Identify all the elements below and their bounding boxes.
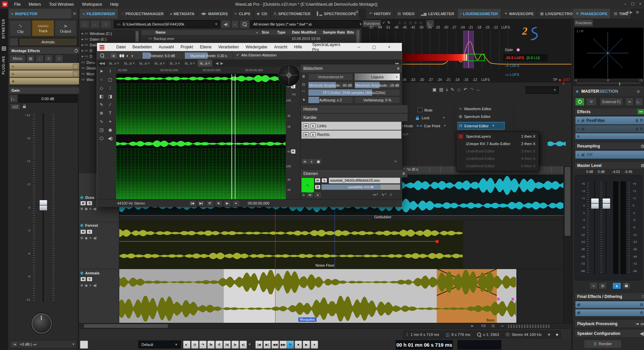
- tab-scroll-right-icon[interactable]: ▶: [630, 10, 632, 14]
- menu-item-spectralayers[interactable]: SpectraLayers 1 then X: [456, 133, 539, 140]
- add-effect-slot[interactable]: +: [9, 78, 81, 85]
- layer-target-icon[interactable]: ⊕: [302, 193, 305, 197]
- menu-item-izotope[interactable]: iZotope RX 7 Audio Editor 2 then X: [456, 140, 539, 147]
- resolution-param[interactable]: Auflösung: x 2: [308, 96, 353, 103]
- sl-menu-6[interactable]: Wiedergabe: [242, 45, 271, 49]
- meter-preset-digits[interactable]: ①②③④⑤: [398, 20, 423, 26]
- preset-digit-2[interactable]: ③: [408, 20, 412, 26]
- sl-tab-7[interactable]: ia...a ×: [198, 60, 213, 67]
- sl-stop-button[interactable]: ■: [215, 200, 222, 206]
- global-mute-button[interactable]: m: [302, 159, 308, 164]
- layers-mute-all-button[interactable]: m: [307, 192, 313, 197]
- timed-play-button[interactable]: ◷: [191, 341, 199, 349]
- tab-loudnessmeter[interactable]: ∕LOUDNESSMETER: [458, 9, 501, 18]
- reset-icon[interactable]: ◎: [457, 87, 461, 92]
- master-fader-left[interactable]: [591, 198, 599, 209]
- marker-handle[interactable]: [512, 298, 514, 300]
- tool-3d[interactable]: ⬡: [97, 134, 106, 142]
- gain-lock-icon[interactable]: [23, 106, 26, 108]
- tool-hand[interactable]: ◳: [97, 126, 106, 134]
- tool-eraser[interactable]: ◧: [97, 92, 106, 100]
- routing-icon[interactable]: ⊕: [80, 236, 83, 240]
- sl-menu-1[interactable]: Bearbeiten: [129, 45, 155, 49]
- preset-digit-3[interactable]: ④: [414, 20, 418, 26]
- sl-tab-4[interactable]: ia...a ×: [152, 60, 167, 67]
- tab-clips[interactable]: ∿CLIPS: [231, 9, 254, 18]
- solo-button[interactable]: S: [87, 201, 92, 206]
- monitor-mic-button[interactable]: Ψ: [586, 98, 597, 106]
- clip-label-noise-floor[interactable]: Noise Floor: [315, 263, 334, 267]
- record-ready-icon[interactable]: ◉: [85, 283, 88, 287]
- zoom-preset-c-icon[interactable]: ▭: [501, 324, 504, 327]
- final-effects-header[interactable]: Final Effects / Dithering ∷: [574, 293, 644, 300]
- transport-options-button[interactable]: [80, 341, 88, 349]
- link-faders-icon[interactable]: =: [590, 282, 598, 289]
- external-editor-button[interactable]: ⊡ External Editor ▼: [458, 122, 505, 130]
- sl-wand-icon[interactable]: [100, 53, 104, 57]
- menu-4[interactable]: Help: [106, 2, 123, 7]
- resampling-slot[interactable]: ◗ ıll Off: [575, 150, 644, 159]
- sl-resize-grip[interactable]: ⋰: [396, 201, 400, 206]
- clip-label-geblubber[interactable]: Geblubber: [374, 215, 391, 219]
- tab-levelmeter[interactable]: ▂▅LEVELMETER: [418, 9, 458, 18]
- delete-layer-icon[interactable]: ⊗: [389, 192, 392, 197]
- tool-picker[interactable]: ⌖: [106, 117, 115, 126]
- volume-envelope-line[interactable]: [119, 241, 437, 242]
- sl-go-start-button[interactable]: |◀: [189, 200, 196, 206]
- tool-stamp[interactable]: ◨: [106, 92, 115, 100]
- favorite-icon[interactable]: ★: [553, 331, 561, 339]
- maximize-button[interactable]: ▢: [631, 1, 634, 6]
- track-lane-forrest[interactable]: Noise Floor: [119, 220, 563, 269]
- sl-menus[interactable]: DateiBearbeitenAuswahlProjektEbeneVerarb…: [110, 45, 309, 49]
- effect-slot-postfilter[interactable]: = ıll PostFilter S ⊓: [575, 116, 644, 125]
- new-group-icon[interactable]: ▭⁺: [373, 192, 378, 197]
- reset-all-icon[interactable]: |←: [635, 98, 643, 106]
- sl-tabs-overflow-icon[interactable]: ◀◀: [97, 61, 107, 65]
- select-mode-add-icon[interactable]: ⬮⬮: [119, 53, 124, 58]
- tree-windows-c[interactable]: ▸ ▭Windows (C:): [80, 31, 140, 36]
- sl-menu-3[interactable]: Projekt: [177, 45, 197, 49]
- plugins-rail-tab[interactable]: PLUG-INS: [2, 56, 5, 75]
- close-button[interactable]: ×: [639, 2, 641, 6]
- zoom-indicator[interactable]: x 1: 2563: [474, 331, 502, 339]
- solo-button[interactable]: S: [87, 229, 92, 234]
- sl-spectrogram-area[interactable]: 00.00000:00:02.00000:00:04.00000:00:06.0…: [116, 67, 286, 199]
- search-button[interactable]: [240, 20, 249, 28]
- play-from-button[interactable]: ‖▸: [207, 341, 215, 349]
- tab-scroll-left-icon[interactable]: ◀: [626, 10, 628, 14]
- panel-menu-icon[interactable]: ≡: [402, 171, 405, 176]
- routing-icon[interactable]: ⊕: [80, 207, 83, 211]
- save-preset-icon[interactable]: ⤓: [36, 55, 44, 62]
- fft-size-param[interactable]: FFT-Größe: 2048 samples (46ms/22Hz): [308, 89, 400, 96]
- track-header-forrest[interactable]: ◉Forrest MS ⊕◉≡◀): [79, 222, 119, 269]
- tool-dots[interactable]: ⋮: [106, 84, 115, 92]
- tab-filebrowser[interactable]: ≡FILEBROWSER: [80, 9, 118, 18]
- bildschirm-panel-header[interactable]: Bildschirm ≡: [301, 64, 402, 72]
- channel-mute-button[interactable]: m: [303, 124, 309, 128]
- inspector-panel-menu-icon[interactable]: ⊞: [71, 9, 78, 18]
- monitor-icon[interactable]: ▭: [641, 321, 644, 326]
- path-input[interactable]: ▭ E:\Uwe\WaveLab Demos\SFX44100k ▼: [114, 20, 220, 28]
- sl-loop-button[interactable]: ⟳: [206, 200, 214, 206]
- next-region-button[interactable]: ▸|: [240, 341, 247, 349]
- bypass-all-icon[interactable]: ≂: [626, 98, 634, 106]
- preset-digit-1[interactable]: ②: [403, 20, 407, 26]
- play-button[interactable]: ▶: [303, 341, 310, 349]
- select-mode-new-icon[interactable]: ●: [110, 52, 117, 59]
- inspector-tab-output[interactable]: ≻ Output: [55, 20, 77, 36]
- montage-preset-select[interactable]: ▼: [526, 86, 559, 94]
- phasescope-functions-menu[interactable]: Functions: [574, 19, 593, 27]
- main-menu[interactable]: FileMetersTool WindowsWorkspaceHelp: [10, 2, 123, 7]
- mute-button[interactable]: M: [80, 229, 86, 234]
- collapse-icon[interactable]: ⊟: [641, 163, 644, 168]
- layer-mute-button[interactable]: m: [315, 178, 320, 183]
- channel-link-icon[interactable]: ≍: [394, 159, 397, 164]
- tab-inspector[interactable]: ≡ INSPECTOR: [8, 9, 71, 18]
- copy-icon[interactable]: ⧉: [599, 282, 607, 289]
- nav-back-icon[interactable]: ←: [476, 87, 480, 92]
- layer-volume-slider[interactable]: Lautstärke: 0.0 dB: [321, 184, 400, 190]
- effect-slot-2[interactable]: =: [9, 70, 81, 77]
- gain-value-field[interactable]: 0.00 dB: [18, 95, 77, 102]
- menu-3[interactable]: Workspace: [78, 2, 106, 7]
- layers-panel-header[interactable]: Ebenen ≡: [301, 169, 407, 177]
